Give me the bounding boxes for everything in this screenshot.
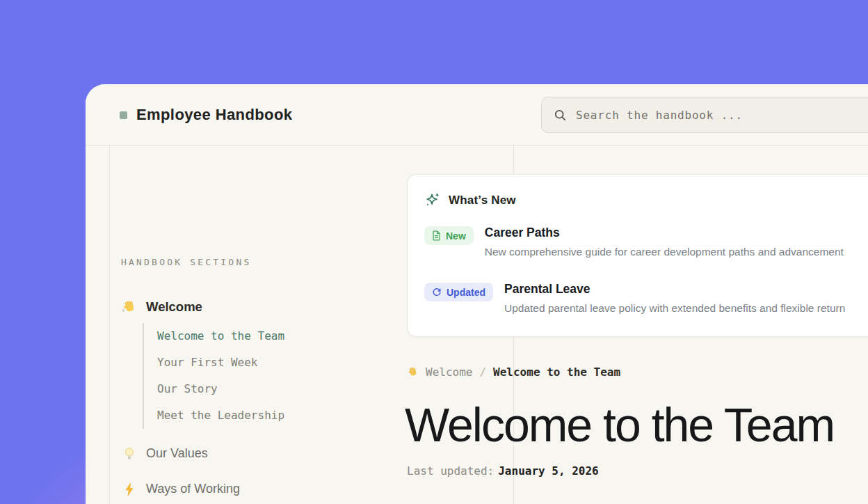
sparkle-icon xyxy=(424,192,440,208)
subnav-item-meet-the-leadership[interactable]: Meet the Leadership xyxy=(157,402,385,429)
news-item-title: Parental Leave xyxy=(504,282,845,297)
sidebar-heading: HANDBOOK SECTIONS xyxy=(121,257,385,267)
subnav-item-your-first-week[interactable]: Your First Week xyxy=(157,349,385,376)
breadcrumb-section[interactable]: Welcome xyxy=(426,365,472,379)
subnav-item-welcome-to-the-team[interactable]: Welcome to the Team xyxy=(157,323,385,349)
search-bar[interactable] xyxy=(541,97,868,133)
sidebar-item-ways-of-working[interactable]: Ways of Working xyxy=(121,482,385,496)
refresh-icon xyxy=(432,288,442,297)
document-icon xyxy=(432,230,441,241)
news-item-text: Career Paths New comprehensive guide for… xyxy=(485,226,844,258)
welcome-subnav: Welcome to the Team Your First Week Our … xyxy=(143,323,385,429)
grid-line-left xyxy=(109,145,110,504)
sidebar-item-label: Welcome xyxy=(146,299,202,315)
sidebar-item-welcome[interactable]: Welcome xyxy=(121,299,385,315)
whats-new-card: What’s New New Career Paths New xyxy=(407,174,868,337)
sidebar-item-label: Our Values xyxy=(146,446,208,461)
news-item-career-paths[interactable]: New Career Paths New comprehensive guide… xyxy=(424,226,868,258)
whats-new-header: What’s New xyxy=(424,192,868,208)
zap-icon xyxy=(121,482,138,496)
news-item-text: Parental Leave Updated parental leave po… xyxy=(504,282,845,315)
sidebar: HANDBOOK SECTIONS Welcome We xyxy=(121,257,385,504)
subnav-item-our-story[interactable]: Our Story xyxy=(157,376,385,402)
app-window: Employee Handbook HANDBOOK SECTIONS xyxy=(86,84,868,504)
news-item-description: New comprehensive guide for career devel… xyxy=(485,246,844,258)
wave-icon xyxy=(407,366,419,378)
breadcrumb-separator: / xyxy=(479,365,486,379)
page-title: Welcome to the Team xyxy=(405,399,834,451)
whats-new-title: What’s New xyxy=(449,194,516,207)
last-updated-label: Last updated: xyxy=(407,464,494,478)
breadcrumb-current-page: Welcome to the Team xyxy=(493,365,620,379)
last-updated-value: January 5, 2026 xyxy=(498,464,599,478)
news-item-description: Updated parental leave policy with exten… xyxy=(504,302,845,315)
news-item-title: Career Paths xyxy=(485,226,844,240)
whats-new-list: New Career Paths New comprehensive guide… xyxy=(424,226,868,315)
brand: Employee Handbook xyxy=(120,84,292,145)
breadcrumb: Welcome / Welcome to the Team xyxy=(407,365,620,379)
app-title: Employee Handbook xyxy=(136,106,292,124)
new-badge: New xyxy=(424,226,474,245)
sidebar-item-our-values[interactable]: Our Values xyxy=(121,446,385,461)
news-item-parental-leave[interactable]: Updated Parental Leave Updated parental … xyxy=(424,282,868,315)
sidebar-item-label: Ways of Working xyxy=(146,482,240,496)
badge-label: New xyxy=(446,230,466,242)
badge-label: Updated xyxy=(447,287,485,298)
updated-badge: Updated xyxy=(424,283,493,301)
search-icon xyxy=(554,109,567,122)
last-updated: Last updated:January 5, 2026 xyxy=(407,464,599,478)
bulb-icon xyxy=(121,447,138,461)
brand-logo-icon xyxy=(120,111,127,119)
app-header: Employee Handbook xyxy=(86,84,868,145)
wave-icon xyxy=(121,299,138,315)
search-input[interactable] xyxy=(576,109,868,122)
